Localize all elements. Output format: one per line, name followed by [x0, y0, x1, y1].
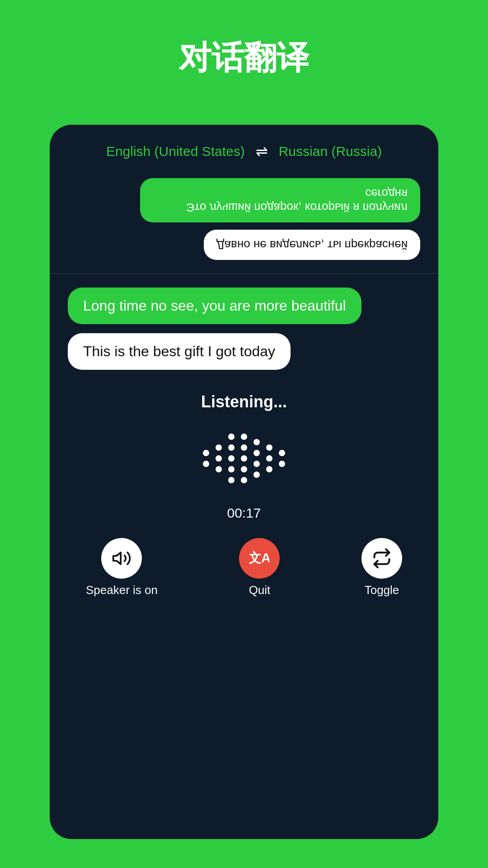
chat-bubble-green: Long time no see, you are more beautiful	[68, 288, 361, 324]
wave-col-6	[266, 444, 272, 472]
wave-col-3	[228, 434, 235, 483]
waveform	[203, 422, 285, 495]
main-card: English (United States) ⇌ Russian (Russi…	[50, 125, 438, 839]
timer-display: 00:17	[227, 505, 261, 521]
flipped-bubble-green: Это лучший подарок, который я получил се…	[140, 178, 420, 222]
listening-label: Listening...	[201, 392, 287, 411]
wave-col-4	[241, 434, 247, 483]
quit-control: 文A Quit	[239, 538, 280, 597]
svg-marker-0	[113, 552, 121, 564]
wave-col-5	[253, 439, 260, 478]
page-title: 对话翻译	[179, 36, 309, 80]
quit-label: Quit	[249, 583, 271, 597]
flipped-bubble-white: Давно не виделись, ты прекрасней	[204, 230, 420, 260]
wave-col-1	[203, 450, 209, 467]
listening-section: Listening...	[50, 379, 438, 821]
chat-area-flipped: Это лучший подарок, который я получил се…	[50, 169, 438, 269]
speaker-button[interactable]	[101, 538, 142, 579]
chat-bubble-white: This is the best gift I got today	[68, 333, 291, 370]
target-language[interactable]: Russian (Russia)	[279, 144, 382, 159]
toggle-label: Toggle	[365, 583, 399, 597]
chat-area-normal: Long time no see, you are more beautiful…	[50, 278, 438, 379]
controls-bar: Speaker is on 文A Quit	[59, 538, 429, 597]
svg-text:文A: 文A	[249, 550, 269, 565]
chat-divider	[50, 274, 438, 274]
language-bar: English (United States) ⇌ Russian (Russi…	[50, 125, 438, 169]
wave-col-7	[279, 450, 285, 467]
quit-button[interactable]: 文A	[239, 538, 280, 579]
source-language[interactable]: English (United States)	[106, 144, 245, 159]
toggle-button[interactable]	[361, 538, 402, 579]
swap-icon[interactable]: ⇌	[256, 143, 268, 160]
toggle-control: Toggle	[361, 538, 402, 597]
speaker-label: Speaker is on	[86, 583, 158, 597]
wave-col-2	[216, 444, 222, 472]
speaker-control: Speaker is on	[86, 538, 158, 597]
